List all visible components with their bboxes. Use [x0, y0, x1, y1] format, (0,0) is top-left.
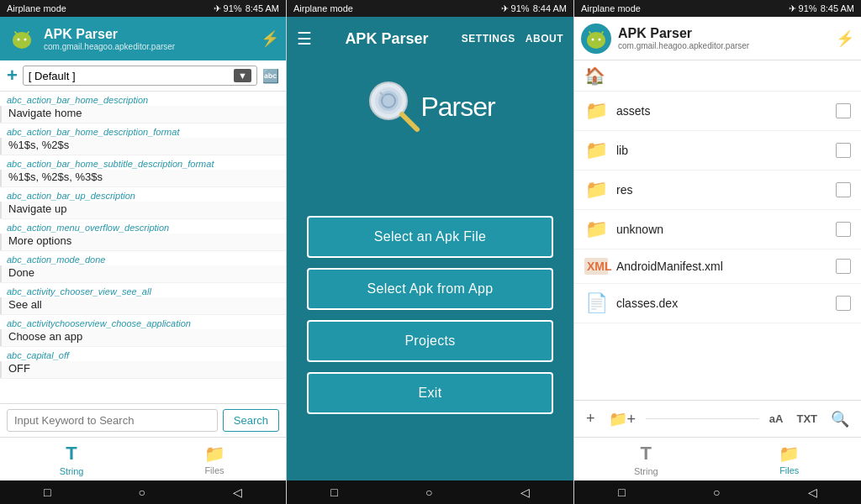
right-header-text: APK Parser com.gmail.heagoo.apkeditor.pa…	[618, 26, 829, 50]
right-status-airplane: Airplane mode	[581, 3, 641, 13]
folder-icon: 📁	[584, 218, 608, 240]
nav-item-string[interactable]: T String	[0, 438, 143, 480]
file-checkbox[interactable]	[836, 222, 851, 237]
string-key: abc_activity_chooser_view_see_all	[0, 283, 286, 297]
middle-status-signal: ✈ 91%	[501, 3, 530, 14]
list-item[interactable]: abc_activitychooserview_choose_applicati…	[0, 315, 286, 347]
left-status-airplane: Airplane mode	[7, 3, 66, 13]
folder-icon: 📁	[584, 100, 608, 122]
list-item[interactable]: 📄 classes.dex	[574, 284, 861, 323]
search-input[interactable]	[7, 409, 218, 432]
files-nav-icon: 📁	[779, 444, 800, 464]
file-checkbox[interactable]	[836, 103, 851, 118]
right-gesture-bar: □ ○ ◁	[574, 480, 861, 504]
string-value: OFF	[0, 361, 286, 378]
file-checkbox[interactable]	[836, 182, 851, 197]
select-from-app-button[interactable]: Select Apk from App	[307, 268, 553, 310]
svg-point-3	[18, 39, 20, 41]
right-app-title: APK Parser	[618, 26, 829, 41]
list-item[interactable]: abc_action_bar_home_description_format %…	[0, 123, 286, 155]
magnifier-logo-icon	[365, 77, 424, 136]
font-size-button[interactable]: aA	[766, 411, 787, 427]
svg-point-17	[599, 38, 601, 40]
android-logo	[7, 24, 37, 54]
logo-container: Parser	[365, 77, 494, 136]
middle-gesture-bar: □ ○ ◁	[287, 480, 573, 504]
folder-icon: 📁	[584, 179, 608, 201]
add-string-button[interactable]: +	[7, 66, 18, 85]
search-button[interactable]: Search	[223, 409, 279, 432]
hamburger-menu-icon[interactable]: ☰	[297, 29, 312, 49]
left-gesture-bar: □ ○ ◁	[0, 480, 286, 504]
left-toolbar: + [ Default ] ▼ 🔤	[0, 60, 286, 92]
file-checkbox[interactable]	[836, 259, 851, 274]
right-panel: Airplane mode ✈ 91% 8:45 AM APK Parser c…	[574, 0, 861, 504]
home-button[interactable]: ○	[419, 484, 439, 501]
home-icon[interactable]: 🏠	[584, 66, 605, 85]
back-button[interactable]: ◁	[514, 484, 536, 501]
list-item[interactable]: 📁 lib	[574, 131, 861, 171]
right-header-action-icon[interactable]: ⚡	[836, 29, 854, 48]
language-dropdown[interactable]: [ Default ] ▼	[23, 66, 257, 86]
string-value: Navigate up	[0, 202, 286, 218]
translate-icon[interactable]: 🔤	[262, 68, 279, 84]
file-list: 📁 assets 📁 lib 📁 res 📁 unknown XML Andro…	[574, 92, 861, 400]
list-item[interactable]: abc_action_bar_up_description Navigate u…	[0, 187, 286, 219]
file-name: lib	[616, 144, 827, 157]
right-nav-item-files[interactable]: 📁 Files	[718, 438, 862, 480]
list-item[interactable]: abc_action_mode_done Done	[0, 251, 286, 283]
search-button[interactable]: 🔍	[827, 408, 853, 430]
file-checkbox[interactable]	[836, 143, 851, 158]
files-nav-label: Files	[204, 465, 224, 475]
square-button[interactable]: □	[37, 484, 57, 501]
search-bar: Search	[0, 403, 286, 437]
list-item[interactable]: 📁 unknown	[574, 210, 861, 249]
android-logo-right	[581, 24, 611, 54]
home-button[interactable]: ○	[706, 484, 726, 501]
list-item[interactable]: abc_action_bar_home_subtitle_description…	[0, 155, 286, 187]
projects-button[interactable]: Projects	[307, 320, 553, 362]
list-item[interactable]: abc_capital_off OFF	[0, 347, 286, 379]
string-value: %1$s, %2$s	[0, 138, 286, 155]
middle-panel: Airplane mode ✈ 91% 8:44 AM ☰ APK Parser…	[287, 0, 574, 504]
svg-rect-15	[589, 39, 603, 45]
add-folder-button[interactable]: 📁+	[605, 408, 640, 430]
txt-button[interactable]: TXT	[793, 411, 821, 427]
home-button[interactable]: ○	[131, 484, 151, 501]
list-item[interactable]: 📁 res	[574, 171, 861, 210]
list-item[interactable]: abc_action_bar_home_description Navigate…	[0, 92, 286, 123]
add-button[interactable]: +	[583, 408, 599, 429]
left-app-title: APK Parser	[44, 27, 254, 42]
middle-status-airplane: Airplane mode	[293, 3, 353, 13]
string-key: abc_action_menu_overflow_description	[0, 219, 286, 234]
files-nav-label: Files	[779, 465, 799, 475]
string-list: abc_action_bar_home_description Navigate…	[0, 92, 286, 403]
exit-button[interactable]: Exit	[307, 372, 553, 414]
toolbar-separator	[646, 418, 759, 419]
right-status-bar: Airplane mode ✈ 91% 8:45 AM	[574, 0, 861, 17]
back-button[interactable]: ◁	[801, 484, 824, 501]
string-nav-icon: T	[66, 443, 77, 465]
nav-item-files[interactable]: 📁 Files	[143, 438, 286, 480]
square-button[interactable]: □	[324, 484, 344, 501]
string-key: abc_action_mode_done	[0, 251, 286, 265]
right-nav-item-string[interactable]: T String	[574, 438, 718, 480]
string-value: Done	[0, 265, 286, 282]
list-item[interactable]: 📁 assets	[574, 92, 861, 131]
list-item[interactable]: abc_action_menu_overflow_description Mor…	[0, 219, 286, 251]
list-item[interactable]: XML AndroidManifest.xml	[574, 249, 861, 284]
settings-link[interactable]: SETTINGS	[462, 33, 515, 45]
file-checkbox[interactable]	[836, 296, 851, 311]
left-header-action-icon[interactable]: ⚡	[261, 29, 279, 48]
square-button[interactable]: □	[611, 484, 631, 501]
back-button[interactable]: ◁	[226, 484, 249, 501]
about-link[interactable]: ABOUT	[526, 33, 563, 45]
left-app-header: APK Parser com.gmail.heagoo.apkeditor.pa…	[0, 17, 286, 60]
header-links: SETTINGS ABOUT	[462, 33, 563, 45]
left-bottom-nav: T String 📁 Files	[0, 437, 286, 480]
dropdown-value: [ Default ]	[29, 70, 76, 82]
string-key: abc_action_bar_home_description	[0, 92, 286, 106]
string-key: abc_action_bar_home_description_format	[0, 123, 286, 138]
select-apk-button[interactable]: Select an Apk File	[307, 216, 553, 258]
list-item[interactable]: abc_activity_chooser_view_see_all See al…	[0, 283, 286, 315]
